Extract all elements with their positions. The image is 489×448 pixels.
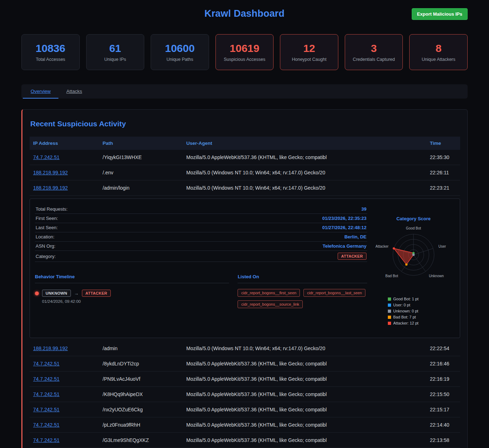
table-row[interactable]: 188.218.99.192/admin/loginMozilla/5.0 (W… bbox=[30, 180, 460, 196]
export-malicious-ips-button[interactable]: Export Malicious IPs bbox=[412, 8, 468, 20]
radar-axis-label: Bad Bot bbox=[385, 274, 398, 278]
ip-link[interactable]: 74.7.242.51 bbox=[33, 376, 59, 382]
ip-link[interactable]: 74.7.242.51 bbox=[33, 407, 59, 412]
field-label: Last Seen: bbox=[36, 225, 58, 230]
table-header-row: IP AddressPathUser-AgentTime bbox=[30, 137, 460, 150]
ip-link[interactable]: 74.7.242.51 bbox=[33, 437, 59, 443]
ip-cell: 74.7.242.51 bbox=[30, 150, 99, 165]
legend-label: Unknown: 0 pt bbox=[393, 309, 418, 313]
detail-field-row: Total Requests:39 bbox=[35, 205, 367, 214]
ip-cell: 188.218.99.192 bbox=[30, 341, 99, 356]
ip-link[interactable]: 74.7.242.51 bbox=[33, 361, 59, 367]
ip-link[interactable]: 188.218.99.192 bbox=[33, 170, 68, 175]
time-cell: 22:16:19 bbox=[426, 371, 460, 386]
radar-axis-label: Unknown bbox=[429, 274, 444, 278]
tab-overview[interactable]: Overview bbox=[23, 84, 58, 99]
ip-link[interactable]: 74.7.242.51 bbox=[33, 154, 59, 160]
user-agent-cell: Mozilla/5.0 (Windows NT 10.0; Win64; x64… bbox=[183, 180, 426, 195]
radar-legend: Good Bot: 1 ptUser: 0 ptUnknown: 0 ptBad… bbox=[388, 297, 418, 325]
behavior-timeline-section: Behavior Timeline UNKNOWN → ATTACKER 01/… bbox=[35, 274, 229, 308]
page-title: Krawl Dashboard bbox=[204, 8, 285, 19]
ip-link[interactable]: 74.7.242.51 bbox=[33, 422, 59, 428]
user-agent-cell: Mozilla/5.0 AppleWebKit/537.36 (KHTML, l… bbox=[183, 417, 426, 432]
ip-cell: 74.7.242.51 bbox=[30, 402, 99, 417]
timeline-from-badge: UNKNOWN bbox=[42, 290, 71, 297]
legend-swatch-icon bbox=[388, 310, 391, 313]
time-cell: 22:23:21 bbox=[426, 180, 460, 195]
field-label: ASN Org: bbox=[36, 243, 56, 249]
path-cell: /YiqykGI13WHXE bbox=[99, 150, 183, 165]
column-header-path: Path bbox=[99, 137, 183, 150]
ip-cell: 74.7.242.51 bbox=[30, 387, 99, 402]
column-header-time: Time bbox=[426, 137, 460, 150]
stat-label: Total Accesses bbox=[36, 57, 65, 62]
legend-label: Attacker: 12 pt bbox=[393, 321, 418, 325]
stat-value: 10600 bbox=[165, 42, 194, 54]
ip-link[interactable]: 188.218.99.192 bbox=[33, 346, 68, 351]
ip-cell: 188.218.99.192 bbox=[30, 165, 99, 180]
stats-row: 10836Total Accesses61Unique IPs10600Uniq… bbox=[21, 34, 468, 70]
path-cell: /8ykdLnDYTi2cp bbox=[99, 356, 183, 371]
stat-card-credentials-captured: 3Credentials Captured bbox=[345, 34, 403, 70]
field-label: Location: bbox=[36, 234, 54, 239]
timeline-dot-icon bbox=[35, 291, 39, 295]
path-cell: /G3Lme9ShEQgXKZ bbox=[99, 433, 183, 448]
listed-on-badge: cidr_report_bogons__source_link bbox=[238, 300, 303, 308]
field-label: First Seen: bbox=[36, 216, 58, 221]
path-cell: /.env bbox=[99, 165, 183, 180]
table-rows-after: 188.218.99.192/adminMozilla/5.0 (Windows… bbox=[30, 341, 460, 448]
field-label: Category: bbox=[36, 254, 56, 259]
table-row[interactable]: 74.7.242.51/pLz0Fnua9fRhHMozilla/5.0 App… bbox=[30, 417, 460, 433]
table-row[interactable]: 74.7.242.51/PN9LvAcJ4uoVfMozilla/5.0 App… bbox=[30, 371, 460, 387]
stat-label: Credentials Captured bbox=[353, 57, 395, 62]
ip-cell: 74.7.242.51 bbox=[30, 356, 99, 371]
path-cell: /nx2yUOZuE6Ckg bbox=[99, 402, 183, 417]
ip-detail-panel: Total Requests:39First Seen:01/23/2026, … bbox=[30, 199, 460, 338]
table-row[interactable]: 188.218.99.192/adminMozilla/5.0 (Windows… bbox=[30, 341, 460, 356]
field-value: 39 bbox=[361, 206, 366, 212]
detail-field-row: Location:Berlin, DE bbox=[35, 232, 367, 242]
stat-card-unique-paths: 10600Unique Paths bbox=[151, 34, 209, 70]
table-row[interactable]: 74.7.242.51/8ykdLnDYTi2cpMozilla/5.0 App… bbox=[30, 356, 460, 371]
legend-item: User: 0 pt bbox=[388, 303, 418, 307]
listed-on-section: Listed On cidr_report_bogons__first_seen… bbox=[238, 274, 367, 308]
table-row[interactable]: 74.7.242.51/nx2yUOZuE6CkgMozilla/5.0 App… bbox=[30, 402, 460, 417]
ip-link[interactable]: 74.7.242.51 bbox=[33, 391, 59, 397]
ip-link[interactable]: 188.218.99.192 bbox=[33, 185, 68, 191]
legend-label: User: 0 pt bbox=[393, 303, 410, 307]
field-value: 01/27/2026, 22:48:12 bbox=[322, 225, 366, 230]
field-value: Telefonica Germany bbox=[323, 243, 366, 249]
radar-axis-label: Attacker bbox=[375, 244, 389, 248]
radar-axis-label: Good Bot bbox=[406, 226, 421, 230]
category-badge: ATTACKER bbox=[338, 253, 366, 260]
time-cell: 22:26:11 bbox=[426, 165, 460, 180]
stat-value: 8 bbox=[436, 42, 442, 54]
user-agent-cell: Mozilla/5.0 AppleWebKit/537.36 (KHTML, l… bbox=[183, 387, 426, 402]
listed-on-title: Listed On bbox=[238, 274, 367, 283]
table-row[interactable]: 74.7.242.51/K8HQq9hAipeDXMozilla/5.0 App… bbox=[30, 387, 460, 402]
timeline-event: UNKNOWN → ATTACKER bbox=[35, 290, 229, 297]
path-cell: /admin/login bbox=[99, 180, 183, 195]
legend-swatch-icon bbox=[388, 304, 391, 307]
detail-field-row: First Seen:01/23/2026, 22:35:23 bbox=[35, 214, 367, 223]
user-agent-cell: Mozilla/5.0 (Windows NT 10.0; Win64; x64… bbox=[183, 341, 426, 356]
radar-polygon bbox=[394, 248, 413, 264]
stat-card-honeypot-caught: 12Honeypot Caught bbox=[280, 34, 338, 70]
ip-cell: 74.7.242.51 bbox=[30, 417, 99, 432]
tab-attacks[interactable]: Attacks bbox=[58, 84, 90, 99]
category-score-section: Category Score Good BotUserUnknownBad Bo… bbox=[372, 205, 455, 332]
stat-value: 61 bbox=[109, 42, 121, 54]
time-cell: 22:22:54 bbox=[426, 341, 460, 356]
table-row[interactable]: 74.7.242.51/YiqykGI13WHXEMozilla/5.0 App… bbox=[30, 150, 460, 165]
stat-label: Honeypot Caught bbox=[292, 57, 326, 62]
user-agent-cell: Mozilla/5.0 AppleWebKit/537.36 (KHTML, l… bbox=[183, 402, 426, 417]
path-cell: /PN9LvAcJ4uoVf bbox=[99, 371, 183, 386]
legend-item: Good Bot: 1 pt bbox=[388, 297, 418, 301]
table-row[interactable]: 188.218.99.192/.envMozilla/5.0 (Windows … bbox=[30, 165, 460, 180]
table-row[interactable]: 74.7.242.51/G3Lme9ShEQgXKZMozilla/5.0 Ap… bbox=[30, 433, 460, 448]
legend-label: Good Bot: 1 pt bbox=[393, 297, 418, 301]
time-cell: 22:15:17 bbox=[426, 402, 460, 417]
stat-card-unique-attackers: 8Unique Attackers bbox=[409, 34, 468, 70]
user-agent-cell: Mozilla/5.0 AppleWebKit/537.36 (KHTML, l… bbox=[183, 150, 426, 165]
radar-chart-title: Category Score bbox=[396, 216, 431, 221]
